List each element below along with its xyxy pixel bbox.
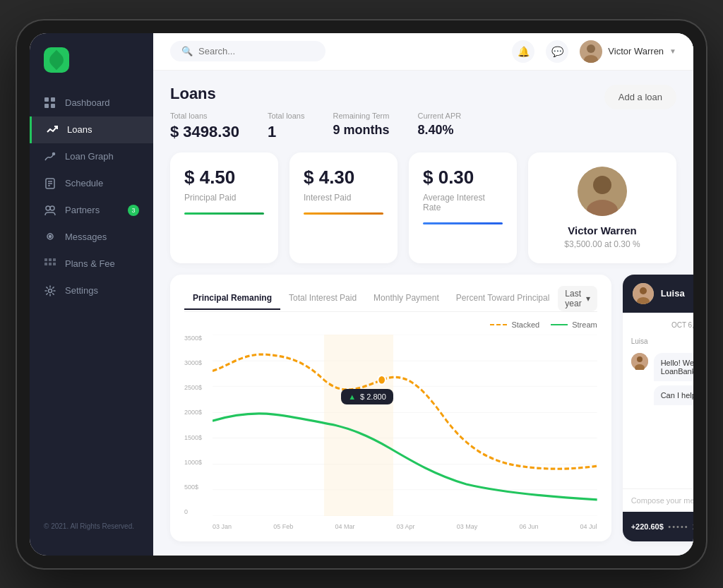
stat-total-amount: Total loans $ 3498.30: [170, 112, 239, 141]
page-title: Loans: [170, 85, 461, 103]
messages-icon: [44, 231, 56, 244]
sidebar-item-label: Schedule: [65, 178, 103, 188]
profile-panel: Victor Warren $3,500.00 at 0.30 %: [528, 152, 676, 263]
search-input[interactable]: [198, 46, 314, 56]
sidebar-item-settings[interactable]: Settings: [30, 277, 153, 304]
header-right: 🔔 💬 Victor Warren ▼: [512, 40, 676, 63]
tab-monthly-payment[interactable]: Monthly Payment: [365, 287, 448, 310]
sidebar-item-label: Partners: [65, 205, 100, 215]
svg-rect-13: [44, 258, 47, 261]
metric-interest: $ 4.30 Interest Paid: [289, 152, 398, 263]
chat-bottom-bar: +220.60$ ••••• 2999 03/0$ ✕: [623, 512, 693, 541]
metric-avg-interest: $ 0.30 Average Interest Rate: [409, 152, 517, 263]
chat-body: OCT 6, 6:42 AM Luisa: [623, 313, 693, 488]
profile-name: Victor Warren: [568, 224, 637, 236]
sidebar-item-label: Loans: [67, 124, 92, 135]
total-loans-value: $ 3498.30: [170, 123, 239, 141]
svg-point-21: [584, 55, 598, 63]
y-label: 0: [184, 508, 211, 515]
sidebar-item-schedule[interactable]: Schedule: [30, 170, 153, 197]
chat-bubble-1: Hello! Welcome to LoanBank!: [654, 353, 693, 381]
x-label: 05 Feb: [273, 523, 293, 530]
sidebar-item-plans-fee[interactable]: Plans & Fee: [30, 251, 153, 277]
svg-rect-1: [51, 97, 55, 102]
metric-principal: $ 4.50 Principal Paid: [170, 152, 278, 263]
grid-icon: [44, 97, 56, 109]
chart-tooltip: ▲ $ 2.800: [341, 389, 393, 404]
interest-label: Interest Paid: [304, 193, 383, 203]
svg-point-20: [587, 44, 595, 53]
bottom-row: Principal Remaning Total Interest Paid M…: [170, 275, 676, 541]
chat-icon[interactable]: 💬: [546, 40, 568, 63]
svg-rect-15: [53, 258, 56, 261]
interest-value: $ 4.30: [304, 167, 383, 188]
sidebar-item-dashboard[interactable]: Dashboard: [30, 90, 153, 116]
y-label: 500$: [184, 484, 211, 491]
y-axis: 3500$ 3000$ 2500$ 2000$ 1500$ 1000$ 500$…: [184, 335, 211, 516]
user-info[interactable]: Victor Warren ▼: [580, 40, 676, 63]
chat-input[interactable]: Compose your message...: [631, 496, 693, 505]
y-label: 3500$: [184, 335, 211, 342]
profile-avatar: [578, 167, 627, 216]
apr-value: 8.40%: [417, 123, 461, 138]
chat-header: Luisa ≡: [623, 275, 693, 313]
interest-bar: [304, 212, 383, 215]
nav-items: Dashboard Loans: [30, 90, 153, 511]
tooltip-value: $ 2.800: [360, 392, 386, 401]
sidebar: Dashboard Loans: [30, 33, 153, 556]
y-label: 3000$: [184, 359, 211, 366]
sidebar-item-messages[interactable]: Messages: [30, 224, 153, 251]
chat-messages: Hello! Welcome to LoanBank! Can I help y…: [654, 353, 693, 405]
x-label: 06 Jun: [519, 523, 538, 530]
svg-point-23: [593, 176, 611, 194]
stacked-line-icon: [490, 324, 507, 325]
plans-icon: [44, 258, 56, 270]
chart-line-icon: [44, 150, 56, 163]
stream-line-icon: [551, 324, 568, 325]
sidebar-item-partners[interactable]: Partners 3: [30, 197, 153, 224]
search-icon: 🔍: [181, 46, 193, 56]
add-loan-button[interactable]: Add a loan: [604, 85, 676, 109]
sidebar-item-loans[interactable]: Loans: [30, 116, 153, 143]
tab-principal-remaining[interactable]: Principal Remaning: [184, 287, 280, 310]
legend-stacked: Stacked: [490, 320, 539, 329]
svg-rect-18: [53, 263, 56, 265]
trending-up-icon: [46, 124, 59, 136]
x-label: 03 May: [457, 523, 478, 530]
x-label: 03 Jan: [213, 523, 232, 530]
metrics-row: $ 4.50 Principal Paid $ 4.30 Interest Pa…: [170, 152, 676, 263]
svg-point-10: [50, 206, 54, 210]
metric-cards: $ 4.50 Principal Paid $ 4.30 Interest Pa…: [170, 152, 517, 263]
loans-stats: Total loans $ 3498.30 Total loans 1 Rema…: [170, 112, 461, 141]
tab-total-interest[interactable]: Total Interest Paid: [280, 287, 365, 310]
chat-sender-name: Luisa: [631, 337, 693, 345]
sidebar-item-loan-graph[interactable]: Loan Graph: [30, 143, 153, 170]
svg-point-39: [637, 356, 643, 362]
user-dropdown-icon[interactable]: ▼: [669, 47, 676, 55]
x-axis: 03 Jan 05 Feb 04 Mar 03 Apr 03 May 06 Ju…: [213, 523, 597, 530]
notification-icon[interactable]: 🔔: [512, 40, 534, 63]
y-label: 2000$: [184, 409, 211, 416]
principal-bar: [184, 212, 264, 215]
stat-remaining-term: Remaining Term 9 months: [333, 112, 389, 138]
user-name: Victor Warren: [608, 46, 664, 56]
logo-icon: [44, 47, 69, 73]
sidebar-item-label: Loan Graph: [65, 151, 114, 162]
total-count-value: 1: [268, 123, 305, 141]
x-label: 04 Mar: [335, 523, 354, 530]
search-bar[interactable]: 🔍: [170, 41, 325, 61]
content-area: Loans Total loans $ 3498.30 Total loans …: [153, 71, 693, 556]
profile-sub: $3,500.00 at 0.30 %: [564, 239, 640, 249]
x-label: 03 Apr: [397, 523, 415, 530]
chart-filter[interactable]: Last year ▾: [558, 286, 597, 311]
chart-svg: [213, 335, 597, 516]
svg-point-19: [49, 289, 52, 292]
sidebar-item-label: Settings: [65, 285, 98, 296]
chat-dots: ••••• 2999: [668, 522, 693, 531]
avg-interest-label: Average Interest Rate: [423, 193, 503, 212]
svg-rect-14: [49, 258, 52, 261]
logo: [30, 47, 153, 90]
tab-percent-toward[interactable]: Percent Toward Principal: [448, 287, 558, 310]
logo-leaf: [47, 49, 66, 69]
y-label: 1000$: [184, 459, 211, 466]
